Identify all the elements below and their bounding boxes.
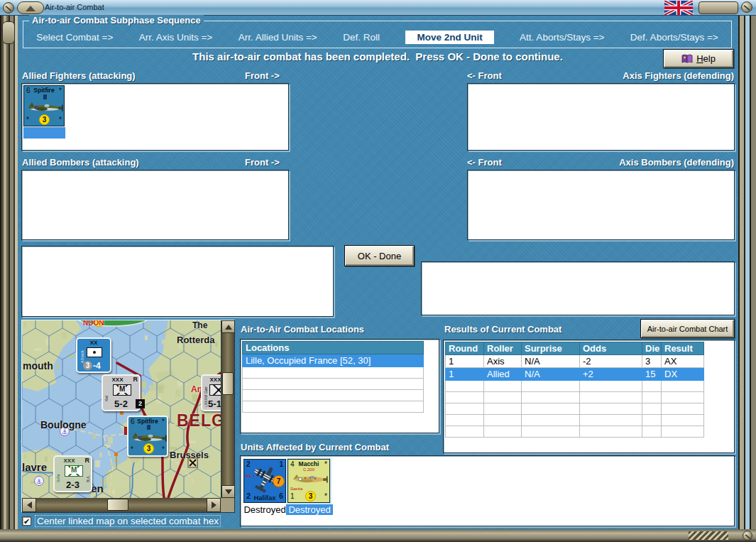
resize-grip-icon[interactable] (689, 531, 728, 540)
status-message: This air-to-air combat has been complete… (23, 50, 733, 63)
axis-fighters-panel[interactable] (467, 83, 735, 151)
units-affected-panel[interactable]: 2 1 Mk. I 7 2 Hal (240, 455, 735, 526)
artillery-counter[interactable]: XX 4.5 inch 3 -4 (76, 337, 111, 373)
location-row[interactable]: Lille, Occupied France [52, 30] (243, 354, 424, 367)
macchi-status[interactable]: Destroyed (286, 504, 333, 515)
scroll-up-button[interactable] (221, 320, 235, 333)
map-label-the-hague: The (192, 320, 207, 330)
map-label-mouth: mouth (23, 360, 53, 372)
map-view[interactable]: ⚓ ⚓ NDON The Rotterda mouth Antw BELG Bo… (22, 320, 221, 498)
titlebar[interactable]: Air-to-air Combat (0, 0, 756, 16)
allied-bombers-panel[interactable] (21, 170, 289, 240)
map-vertical-scrollbar[interactable] (221, 320, 234, 498)
locations-header-row: Locations (243, 342, 424, 354)
result-row-empty[interactable] (446, 381, 704, 392)
results-table: Round Roller Surprise Odds Die Result 1 … (445, 342, 704, 438)
subphase-step-att-aborts: Att. Aborts/Stays => (520, 32, 604, 43)
city-dot-icon (114, 452, 118, 456)
garrison-corps-counter[interactable]: XXX LXXXVI Garr 5-1 (201, 374, 221, 411)
kiel-corps-counter[interactable]: XXX R Kiel M 5-2 (102, 374, 141, 411)
allied-escort-panel[interactable] (21, 246, 334, 317)
hex-number-chip: 2 (136, 399, 145, 408)
axis-escort-panel[interactable] (421, 261, 735, 315)
unit-values: 5-2 (103, 399, 139, 408)
scroll-left-button[interactable] (22, 498, 36, 512)
result-row-empty[interactable] (446, 415, 704, 426)
result-row[interactable]: 1 Axis N/A -2 3 AX (446, 355, 704, 368)
map-label-brussels: Brussels (170, 450, 209, 460)
location-row-empty[interactable] (243, 367, 424, 379)
combat-chart-button[interactable]: Air-to-air Combat Chart (640, 319, 735, 338)
halifax-status[interactable]: Destroyed (242, 504, 287, 515)
scrollbar-corner (221, 498, 234, 512)
squadron-mark (43, 94, 47, 99)
map-label-london: NDON (83, 320, 104, 327)
city-dot-icon (120, 411, 124, 415)
movement-badge: 7 (273, 475, 285, 487)
reserve-marker: R (85, 457, 90, 464)
front-arrow-label: Front -> (245, 70, 280, 81)
unit-values: 5-1 (202, 399, 221, 408)
movement-badge: 3 (143, 443, 154, 454)
artillery-dot (93, 351, 96, 354)
scroll-down-button[interactable] (221, 485, 235, 498)
down-arrow-icon (225, 489, 232, 494)
frame-handle[interactable] (2, 21, 15, 44)
collapse-button[interactable] (17, 1, 44, 14)
subphase-steps: Select Combat => Arr. Axis Units => Arr.… (23, 27, 731, 47)
front-arrow-label: Front -> (245, 157, 280, 168)
variant-label: Saetta (290, 487, 302, 491)
bulgarian-corps-counter[interactable]: XXX R Sofia BUL M 2-3 (53, 455, 92, 492)
result-row-empty[interactable] (446, 392, 704, 403)
star-marker: * (131, 446, 133, 453)
spitfire-map-counter[interactable]: 6 Spitfire * * 3 * (127, 416, 168, 457)
axis-bombers-panel[interactable] (467, 170, 735, 240)
unit-values: -4 (93, 362, 101, 370)
window-title: Air-to-air Combat (45, 3, 104, 11)
right-arrow-icon (212, 502, 217, 509)
subphase-group-label: Air-to-air Combat Subphase Sequence (29, 15, 204, 26)
subphase-step-arr-allied: Arr. Allied Units => (239, 32, 317, 43)
center-map-checkbox-label[interactable]: Center linked map on selected combat hex (35, 515, 221, 527)
axis-fighters-label: Axis Fighters (defending) (623, 70, 734, 81)
location-row-empty[interactable] (243, 379, 424, 390)
results-heading: Results of Current Combat (444, 324, 561, 335)
screw-icon (741, 1, 752, 13)
scroll-right-button[interactable] (207, 498, 221, 512)
macchi-counter[interactable]: 4 Macchi * C.200 Saetta 1 3 * (287, 459, 330, 503)
subphase-step-def-roll: Def. Roll (343, 32, 380, 43)
subphase-step-move-2nd-unit: Move 2nd Unit (405, 31, 493, 44)
subphase-step-select-combat: Select Combat => (36, 32, 113, 43)
allied-fighters-panel[interactable]: 6 Spitfire * * 3 * (21, 83, 289, 151)
scroll-thumb[interactable] (107, 499, 128, 511)
allied-bombers-label: Allied Bombers (attacking) (22, 157, 139, 168)
result-row[interactable]: 1 Allied N/A +2 15 DX (446, 368, 704, 381)
spitfire-counter[interactable]: 6 Spitfire * * 3 * (23, 85, 65, 126)
center-map-checkbox[interactable]: ✔ (22, 516, 31, 526)
front-arrow-label: <- Front (467, 157, 502, 168)
results-header-row: Round Roller Surprise Odds Die Result (446, 342, 704, 355)
uk-flag-icon (659, 1, 699, 15)
linked-map-panel[interactable]: ⚓ ⚓ NDON The Rotterda mouth Antw BELG Bo… (21, 320, 235, 513)
up-arrow-icon (225, 325, 232, 330)
result-row-empty[interactable] (446, 426, 704, 438)
movement-badge: 3 (305, 491, 316, 502)
star-marker: * (59, 87, 62, 94)
location-row-empty[interactable] (243, 401, 424, 413)
axis-bombers-label: Axis Bombers (defending) (619, 157, 734, 168)
help-button[interactable]: Help (663, 49, 734, 68)
ok-done-button[interactable]: OK - Done (344, 245, 415, 266)
location-row-empty[interactable] (243, 390, 424, 401)
halifax-counter[interactable]: 2 1 Mk. I 7 2 Hal (243, 459, 286, 503)
scroll-thumb[interactable] (222, 372, 234, 395)
result-row-empty[interactable] (446, 403, 704, 415)
allied-fighters-label: Allied Fighters (attacking) (22, 70, 136, 81)
star-marker: * (162, 418, 165, 426)
window-frame-right (738, 16, 756, 529)
star-marker: * (26, 116, 29, 124)
locations-heading: Air-to-Air Combat Locations (241, 324, 364, 335)
map-label-le-havre: lavre (22, 461, 47, 473)
strength-circle: 3 (83, 361, 92, 370)
map-horizontal-scrollbar[interactable] (22, 498, 221, 512)
mech-letter: M (70, 467, 77, 474)
